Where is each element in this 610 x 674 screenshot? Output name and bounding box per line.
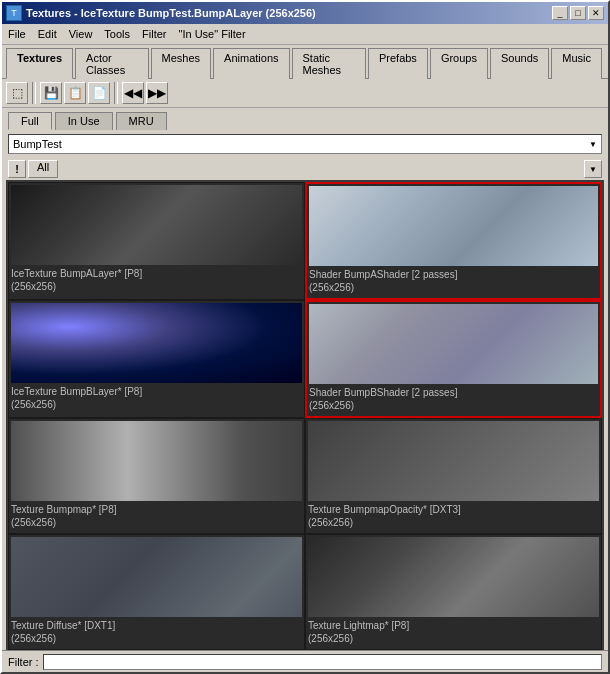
toolbar-btn-1[interactable]: ⬚	[6, 82, 28, 104]
texture-cell-bumpmap-opacity[interactable]: Texture BumpmapOpacity* [DXT3](256x256)	[305, 418, 602, 534]
toolbar: ⬚ 💾 📋 📄 ◀◀ ▶▶	[2, 79, 608, 108]
texture-thumb-shader-a	[309, 186, 598, 266]
tab-music[interactable]: Music	[551, 48, 602, 79]
texture-grid[interactable]: IceTexture BumpALayer* [P8](256x256) Sha…	[6, 180, 604, 650]
texture-label-bump-a: IceTexture BumpALayer* [P8](256x256)	[11, 265, 302, 295]
menu-file[interactable]: File	[2, 26, 32, 42]
minimize-button[interactable]: _	[552, 6, 568, 20]
status-bar: Filter :	[2, 650, 608, 672]
texture-label-shader-b: Shader BumpBShader [2 passes](256x256)	[309, 384, 598, 414]
texture-thumb-bumpmap	[11, 421, 302, 501]
texture-cell-bump-b[interactable]: IceTexture BumpBLayer* [P8](256x256)	[8, 300, 305, 418]
texture-cell-lightmap[interactable]: Texture Lightmap* [P8](256x256)	[305, 534, 602, 650]
close-button[interactable]: ✕	[588, 6, 604, 20]
menu-tools[interactable]: Tools	[98, 26, 136, 42]
texture-cell-diffuse[interactable]: Texture Diffuse* [DXT1](256x256)	[8, 534, 305, 650]
window-title: Textures - IceTexture BumpTest.BumpALaye…	[26, 7, 316, 19]
subtab-full[interactable]: Full	[8, 112, 52, 130]
tab-meshes[interactable]: Meshes	[151, 48, 212, 79]
tab-actor-classes[interactable]: Actor Classes	[75, 48, 149, 79]
toolbar-btn-next[interactable]: ▶▶	[146, 82, 168, 104]
toolbar-sep-1	[32, 82, 36, 104]
content-area: IceTexture BumpALayer* [P8](256x256) Sha…	[6, 180, 604, 650]
texture-thumb-bump-a	[11, 185, 302, 265]
tab-textures[interactable]: Textures	[6, 48, 73, 79]
menu-bar: File Edit View Tools Filter "In Use" Fil…	[2, 24, 608, 45]
title-bar-left: T Textures - IceTexture BumpTest.BumpALa…	[6, 5, 316, 21]
tab-animations[interactable]: Animations	[213, 48, 289, 79]
texture-label-lightmap: Texture Lightmap* [P8](256x256)	[308, 617, 599, 647]
subtab-mru[interactable]: MRU	[116, 112, 167, 130]
toolbar-btn-prev[interactable]: ◀◀	[122, 82, 144, 104]
title-bar: T Textures - IceTexture BumpTest.BumpALa…	[2, 2, 608, 24]
texture-label-diffuse: Texture Diffuse* [DXT1](256x256)	[11, 617, 302, 647]
app-icon: T	[6, 5, 22, 21]
texture-thumb-shader-b	[309, 304, 598, 384]
title-buttons: _ □ ✕	[552, 6, 604, 20]
texture-thumb-diffuse	[11, 537, 302, 617]
texture-label-shader-a: Shader BumpAShader [2 passes](256x256)	[309, 266, 598, 296]
menu-filter[interactable]: Filter	[136, 26, 172, 42]
dropdown-row: BumpTest ▼	[2, 130, 608, 158]
all-button[interactable]: All	[28, 160, 58, 178]
texture-thumb-bump-b	[11, 303, 302, 383]
texture-cell-bump-a[interactable]: IceTexture BumpALayer* [P8](256x256)	[8, 182, 305, 300]
toolbar-btn-3[interactable]: 📋	[64, 82, 86, 104]
texture-label-bump-b: IceTexture BumpBLayer* [P8](256x256)	[11, 383, 302, 413]
menu-edit[interactable]: Edit	[32, 26, 63, 42]
menu-inuse-filter[interactable]: "In Use" Filter	[173, 26, 252, 42]
filter-input[interactable]	[43, 654, 602, 670]
filter-label: Filter :	[8, 656, 39, 668]
package-dropdown[interactable]: BumpTest ▼	[8, 134, 602, 154]
tab-groups[interactable]: Groups	[430, 48, 488, 79]
tab-sounds[interactable]: Sounds	[490, 48, 549, 79]
texture-label-bumpmap: Texture Bumpmap* [P8](256x256)	[11, 501, 302, 531]
subtab-bar: Full In Use MRU	[2, 108, 608, 130]
texture-cell-shader-b[interactable]: Shader BumpBShader [2 passes](256x256)	[305, 300, 602, 418]
exclaim-button[interactable]: !	[8, 160, 26, 178]
filter-group-dropdown[interactable]: ▼	[584, 160, 602, 178]
tab-prefabs[interactable]: Prefabs	[368, 48, 428, 79]
texture-cell-bumpmap[interactable]: Texture Bumpmap* [P8](256x256)	[8, 418, 305, 534]
menu-view[interactable]: View	[63, 26, 99, 42]
tab-static-meshes[interactable]: Static Meshes	[292, 48, 366, 79]
tab-bar: Textures Actor Classes Meshes Animations…	[2, 45, 608, 79]
package-dropdown-value: BumpTest	[13, 138, 62, 150]
texture-label-bumpmap-opacity: Texture BumpmapOpacity* [DXT3](256x256)	[308, 501, 599, 531]
toolbar-btn-2[interactable]: 💾	[40, 82, 62, 104]
texture-cell-shader-a[interactable]: Shader BumpAShader [2 passes](256x256)	[305, 182, 602, 300]
maximize-button[interactable]: □	[570, 6, 586, 20]
texture-thumb-bumpmap-opacity	[308, 421, 599, 501]
toolbar-btn-4[interactable]: 📄	[88, 82, 110, 104]
filter-btn-row: ! All ▼	[2, 158, 608, 180]
toolbar-sep-2	[114, 82, 118, 104]
main-window: T Textures - IceTexture BumpTest.BumpALa…	[0, 0, 610, 674]
texture-thumb-lightmap	[308, 537, 599, 617]
dropdown-arrow-icon: ▼	[589, 140, 597, 149]
subtab-inuse[interactable]: In Use	[55, 112, 113, 130]
